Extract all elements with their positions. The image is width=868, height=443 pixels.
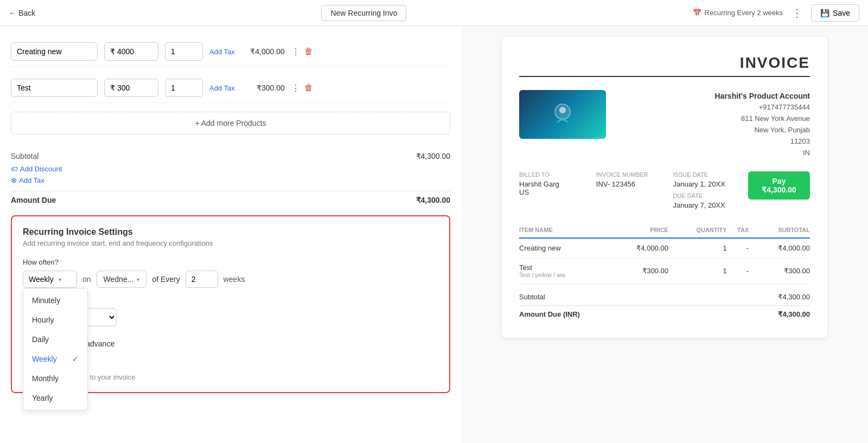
- item-qty-cell: 1: [668, 258, 727, 284]
- add-tax-link[interactable]: ⊗ Add Tax: [11, 176, 450, 184]
- calendar-icon: 📅: [693, 9, 701, 17]
- item-price-cell: ₹4,000.00: [608, 238, 668, 258]
- item-price-input[interactable]: [104, 79, 158, 97]
- right-panel: INVOICE Harshit's Product Account +91747…: [461, 26, 868, 443]
- add-more-products-button[interactable]: + Add more Products: [11, 112, 450, 134]
- save-icon: 💾: [820, 9, 829, 17]
- freq-option-daily[interactable]: Daily: [23, 330, 87, 349]
- pay-col: Pay ₹4,300.00: [748, 171, 810, 200]
- back-arrow-icon: ←: [9, 9, 16, 17]
- freq-option-hourly[interactable]: Hourly: [23, 310, 87, 330]
- add-discount-link[interactable]: 🏷 Add Discount: [11, 165, 450, 173]
- recurring-badge-text: Recurring Every 2 weeks: [705, 9, 783, 17]
- left-panel: Add Tax ₹4,000.00 ⋮ 🗑 Add Tax ₹300.00 ⋮ …: [0, 26, 461, 443]
- col-item-name: ITEM NAME: [519, 222, 608, 238]
- freq-option-minutely[interactable]: Minutely: [23, 291, 87, 310]
- freq-option-weekly[interactable]: Weekly ✓: [23, 349, 87, 369]
- freq-option-monthly[interactable]: Monthly: [23, 369, 87, 388]
- col-subtotal: SUBTOTAL: [749, 222, 810, 238]
- on-label: on: [82, 275, 91, 284]
- item-variant-text: Test / yellow / ww: [519, 272, 608, 278]
- item-qty-field[interactable]: [165, 79, 203, 97]
- item-price-input[interactable]: [104, 42, 158, 61]
- freq-option-label: Monthly: [32, 374, 59, 383]
- day-dropdown[interactable]: Wedne... ▾: [97, 271, 147, 288]
- pay-button[interactable]: Pay ₹4,300.00: [748, 171, 810, 200]
- invoice-meta: Harshit's Product Account +917477735444 …: [519, 90, 810, 158]
- invoice-container: INVOICE Harshit's Product Account +91747…: [502, 37, 827, 338]
- item-subtotal-cell: ₹4,000.00: [749, 238, 810, 258]
- item-description-input[interactable]: [11, 79, 98, 97]
- dates-pay-col: Issue Date January 1, 20XX Due Date Janu…: [673, 171, 810, 209]
- item-price-cell: ₹300.00: [608, 258, 668, 284]
- item-description-field[interactable]: [11, 42, 98, 61]
- invoice-header: INVOICE: [519, 54, 810, 77]
- invoice-totals: Subtotal ₹4,300.00 Amount Due (INR) ₹4,3…: [519, 291, 810, 320]
- invoice-logo: [519, 90, 606, 139]
- topbar-center: New Recurring Invo: [321, 5, 406, 21]
- freq-option-yearly[interactable]: Yearly: [23, 388, 87, 408]
- invoice-table: ITEM NAME PRICE QUANTITY TAX SUBTOTAL Cr…: [519, 222, 810, 284]
- back-button[interactable]: ← Back: [9, 9, 35, 17]
- item-qty-input[interactable]: [165, 42, 203, 61]
- recurring-settings-title: Recurring Invoice Settings: [23, 227, 438, 237]
- page-title: New Recurring Invo: [321, 5, 406, 21]
- add-tax-link[interactable]: Add Tax: [209, 84, 235, 92]
- col-tax: TAX: [727, 222, 749, 238]
- recurring-settings-subtitle: Add recurring invoice start, end and fre…: [23, 239, 438, 247]
- frequency-row: Weekly ▾ Minutely Hourly Daily: [23, 271, 438, 288]
- item-price-field[interactable]: [104, 42, 158, 61]
- item-actions: ⋮ 🗑: [291, 83, 313, 93]
- frequency-dropdown-button[interactable]: Weekly ▾: [23, 271, 77, 288]
- main-layout: Add Tax ₹4,000.00 ⋮ 🗑 Add Tax ₹300.00 ⋮ …: [0, 26, 868, 443]
- item-subtotal-cell: ₹300.00: [749, 258, 810, 284]
- item-delete-button[interactable]: 🗑: [304, 47, 313, 56]
- freq-option-label: Hourly: [32, 316, 54, 324]
- item-name-cell: Creating new: [519, 238, 608, 258]
- frequency-selected: Weekly: [29, 275, 54, 284]
- company-name: Harshit's Product Account: [715, 90, 810, 102]
- recurring-badge: 📅 Recurring Every 2 weeks: [693, 9, 783, 17]
- more-options-button[interactable]: ⋮: [789, 4, 805, 22]
- billed-to-col: Billed to Harshit Garg US: [519, 171, 583, 209]
- table-row: Test Test / yellow / ww ₹300.00 1 - ₹300…: [519, 258, 810, 284]
- item-delete-button[interactable]: 🗑: [304, 83, 313, 93]
- every-number-input[interactable]: [186, 271, 218, 288]
- save-label: Save: [833, 9, 850, 17]
- item-tax-cell: -: [727, 258, 749, 284]
- checkmark-icon: ✓: [72, 355, 79, 363]
- company-postal: 11203: [715, 136, 810, 147]
- line-item: Add Tax ₹300.00 ⋮ 🗑: [11, 73, 450, 103]
- company-address2: New York, Punjab: [715, 125, 810, 136]
- item-qty-input[interactable]: [165, 79, 203, 97]
- subtotal-row: Subtotal ₹4,300.00: [11, 152, 450, 160]
- dates-col: Issue Date January 1, 20XX Due Date Janu…: [673, 171, 735, 209]
- chevron-down-icon: ▾: [137, 277, 139, 283]
- subtotal-value: ₹4,300.00: [416, 152, 451, 160]
- frequency-menu: Minutely Hourly Daily Weekly ✓: [23, 288, 88, 410]
- circle-icon: ⊗: [11, 176, 17, 184]
- col-quantity: QUANTITY: [668, 222, 727, 238]
- item-more-button[interactable]: ⋮: [291, 47, 300, 57]
- item-description-input[interactable]: [11, 42, 98, 61]
- amount-due-value: ₹4,300.00: [416, 196, 451, 204]
- add-tax-link[interactable]: Add Tax: [209, 48, 235, 56]
- save-button[interactable]: 💾 Save: [811, 4, 859, 22]
- subtotal-total-row: Subtotal ₹4,300.00: [519, 291, 810, 303]
- subtotal-value: ₹4,300.00: [778, 293, 810, 301]
- subtotal-label: Subtotal: [11, 152, 39, 160]
- day-value: Wedne...: [104, 275, 134, 284]
- item-more-button[interactable]: ⋮: [291, 83, 300, 93]
- topbar-left: ← Back: [9, 9, 35, 17]
- item-qty-field[interactable]: [165, 42, 203, 61]
- item-description-field[interactable]: [11, 79, 98, 97]
- recurring-settings-panel: Recurring Invoice Settings Add recurring…: [11, 215, 450, 393]
- invoice-billing-row: Billed to Harshit Garg US Invoice Number…: [519, 171, 810, 209]
- item-actions: ⋮ 🗑: [291, 47, 313, 57]
- table-row: Creating new ₹4,000.00 1 - ₹4,000.00: [519, 238, 810, 258]
- item-price-field[interactable]: [104, 79, 158, 97]
- invoice-company-info: Harshit's Product Account +917477735444 …: [715, 90, 810, 158]
- invoice-number-col: Invoice Number INV- 123456: [596, 171, 660, 209]
- amount-due-row: Amount Due ₹4,300.00: [11, 191, 450, 204]
- company-address1: 811 New York Avenue: [715, 113, 810, 125]
